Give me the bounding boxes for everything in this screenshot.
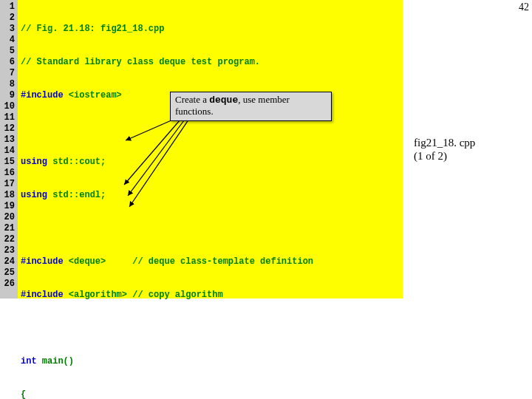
keyword: using [21, 190, 47, 200]
keyword: using [21, 157, 47, 167]
line-number: 18 [1, 190, 15, 201]
line-number: 15 [1, 157, 15, 168]
line-number: 7 [1, 68, 15, 79]
code-text: std::endl; [47, 190, 106, 200]
keyword: int [21, 356, 37, 366]
code-line: // Fig. 21.18: fig21_18.cpp [21, 24, 164, 34]
code-line: { [21, 389, 26, 399]
code-text: <iostream> [64, 90, 122, 100]
line-number: 6 [1, 57, 15, 68]
code-line: // Standard library class deque test pro… [21, 57, 260, 67]
code-text: std::cout; [47, 157, 106, 167]
annotation-callout: Create a deque, use member functions. [170, 92, 332, 121]
line-number: 1 [1, 1, 15, 13]
line-number: 17 [1, 179, 15, 190]
callout-text: Create a [175, 94, 209, 105]
line-number-gutter: 1234567891011121314151617181920212223242… [0, 0, 18, 299]
line-number: 24 [1, 256, 15, 267]
figure-caption: fig21_18. cpp (1 of 2) [414, 136, 475, 163]
caption-part: (1 of 2) [414, 149, 475, 163]
comment: // copy algorithm [132, 290, 222, 300]
line-number: 3 [1, 24, 15, 35]
code-listing: 1234567891011121314151617181920212223242… [0, 0, 403, 299]
line-number: 4 [1, 35, 15, 46]
caption-filename: fig21_18. cpp [414, 136, 475, 149]
line-number: 21 [1, 223, 15, 234]
line-number: 23 [1, 245, 15, 256]
line-number: 22 [1, 234, 15, 245]
line-number: 19 [1, 201, 15, 212]
code-body: // Fig. 21.18: fig21_18.cpp // Standard … [18, 0, 327, 299]
keyword: #include [21, 290, 64, 300]
line-number: 20 [1, 212, 15, 223]
line-number: 12 [1, 123, 15, 134]
keyword: #include [21, 90, 64, 100]
line-number: 11 [1, 112, 15, 123]
page-number: 42 [519, 1, 529, 13]
keyword: #include [21, 256, 64, 267]
line-number: 26 [1, 279, 15, 290]
code-text: main() [37, 356, 74, 366]
code-text: <deque> [64, 256, 133, 267]
code-text: <algorithm> [64, 290, 133, 300]
callout-code: deque [209, 95, 238, 106]
comment: // deque class-template definition [132, 256, 313, 267]
line-number: 13 [1, 134, 15, 146]
line-number: 8 [1, 79, 15, 90]
line-number: 25 [1, 267, 15, 279]
line-number: 10 [1, 101, 15, 112]
line-number: 9 [1, 90, 15, 101]
line-number: 2 [1, 13, 15, 24]
line-number: 14 [1, 146, 15, 157]
line-number: 16 [1, 168, 15, 179]
line-number: 5 [1, 46, 15, 57]
